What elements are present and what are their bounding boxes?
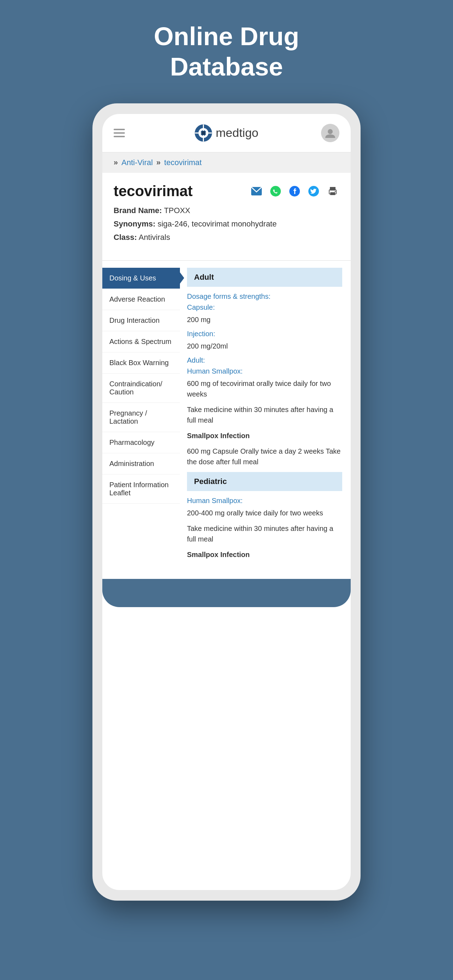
injection-label: Injection: [187,330,342,338]
adult-section-header: Adult [187,268,342,287]
sidebar-item-actions[interactable]: Actions & Spectrum [102,331,180,352]
dose-line2: Take medicine within 30 minutes after ha… [187,404,342,425]
app-header: medtigo [102,114,351,153]
ped-dose-line1: 200-400 mg orally twice daily for two we… [187,508,342,518]
page-title: Online Drug Database [154,21,299,82]
user-avatar[interactable] [321,124,339,142]
pediatric-section-header: Pediatric [187,472,342,491]
breadcrumb-drug[interactable]: tecovirimat [164,158,202,167]
hamburger-menu-icon[interactable] [114,129,125,137]
sidebar-item-interaction[interactable]: Drug Interaction [102,310,180,331]
drug-title-section: tecovirimat [102,173,351,253]
dosage-forms-label: Dosage forms & strengths: [187,293,342,301]
content-panel: Adult Dosage forms & strengths: Capsule:… [180,268,351,565]
email-share-icon[interactable] [250,185,263,198]
sidebar-item-administration[interactable]: Administration [102,453,180,474]
svg-point-6 [328,129,333,134]
drug-name: tecovirimat [114,183,192,200]
injection-strength: 200 mg/20ml [187,341,342,352]
ped-dose-line2: Take medicine within 30 minutes after ha… [187,523,342,544]
capsule-strength: 200 mg [187,314,342,325]
svg-point-5 [202,131,206,135]
header-inner: medtigo [114,124,339,142]
svg-point-8 [270,186,281,196]
breadcrumb-antiviral[interactable]: Anti-Viral [121,158,153,167]
svg-point-14 [335,191,336,192]
capsule-label: Capsule: [187,303,342,312]
facebook-share-icon[interactable] [288,185,301,198]
main-content: Dosing & Uses Adverse Reaction Drug Inte… [102,268,351,579]
class-line: Class: Antivirals [114,233,339,242]
whatsapp-share-icon[interactable] [269,185,282,198]
sidebar-item-pregnancy[interactable]: Pregnancy / Lactation [102,403,180,432]
dose-line1: 600 mg of tecovirimat orally twice daily… [187,378,342,399]
sidebar-item-dosing[interactable]: Dosing & Uses [102,268,180,289]
smallpox-infection-header: Smallpox Infection [187,430,342,441]
ped-human-smallpox-label: Human Smallpox: [187,497,342,505]
phone-inner: medtigo » Anti-Viral » tecovirimat tecov… [102,114,351,890]
human-smallpox-label: Human Smallpox: [187,367,342,375]
print-icon[interactable] [326,185,339,198]
breadcrumb-arrow1: » [114,158,118,167]
social-icons [250,185,339,198]
sidebar-item-adverse[interactable]: Adverse Reaction [102,289,180,310]
sidebar-item-pharmacology[interactable]: Pharmacology [102,432,180,453]
brand-name-line: Brand Name: TPOXX [114,206,339,215]
adult-label: Adult: [187,356,342,364]
bottom-decoration [102,579,351,607]
sidebar-item-contraindication[interactable]: Contraindication/ Caution [102,374,180,403]
ped-smallpox-infection-header: Smallpox Infection [187,549,342,560]
drug-name-row: tecovirimat [114,183,339,200]
sidebar-item-blackbox[interactable]: Black Box Warning [102,352,180,374]
logo-icon [195,124,212,142]
smallpox-dose: 600 mg Capsule Orally twice a day 2 week… [187,446,342,467]
breadcrumb-arrow2: » [156,158,161,167]
sidebar-item-patient[interactable]: Patient Information Leaflet [102,474,180,504]
svg-rect-13 [330,192,335,195]
phone-frame: medtigo » Anti-Viral » tecovirimat tecov… [92,103,361,900]
section-divider [102,260,351,261]
sidebar: Dosing & Uses Adverse Reaction Drug Inte… [102,268,180,565]
breadcrumb: » Anti-Viral » tecovirimat [102,153,351,173]
synonyms-line: Synonyms: siga-246, tecovirimat monohydr… [114,220,339,229]
twitter-share-icon[interactable] [307,185,320,198]
logo-text: medtigo [216,126,259,140]
logo-area: medtigo [195,124,259,142]
